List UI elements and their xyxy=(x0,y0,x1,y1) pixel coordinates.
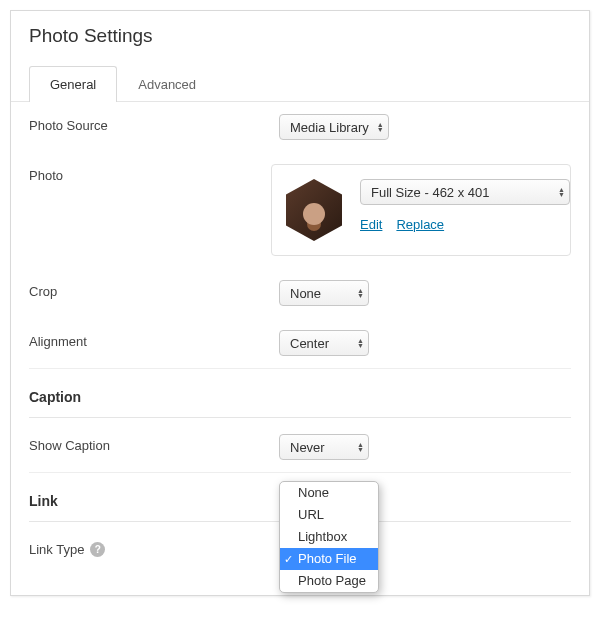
updown-icon: ▲▼ xyxy=(377,122,384,132)
updown-icon: ▲▼ xyxy=(357,442,364,452)
option-url[interactable]: URL xyxy=(280,504,378,526)
tab-advanced[interactable]: Advanced xyxy=(117,66,217,102)
label-crop: Crop xyxy=(29,280,279,299)
photo-box: Full Size - 462 x 401 ▲▼ Edit Replace xyxy=(271,164,571,256)
option-photo-file[interactable]: Photo File xyxy=(280,548,378,570)
label-show-caption: Show Caption xyxy=(29,434,279,453)
option-lightbox[interactable]: Lightbox xyxy=(280,526,378,548)
row-show-caption: Show Caption Never ▲▼ xyxy=(29,422,571,473)
label-photo-source: Photo Source xyxy=(29,114,279,133)
select-crop-value: None xyxy=(290,286,321,301)
photo-right: Full Size - 462 x 401 ▲▼ Edit Replace xyxy=(360,179,570,232)
option-none[interactable]: None xyxy=(280,482,378,504)
row-photo: Photo Full Size - 462 x 401 ▲▼ Edit Repl… xyxy=(29,152,571,268)
label-link-type: Link Type ? xyxy=(29,538,279,557)
label-alignment: Alignment xyxy=(29,330,279,349)
updown-icon: ▲▼ xyxy=(558,187,565,197)
select-alignment[interactable]: Center ▲▼ xyxy=(279,330,369,356)
updown-icon: ▲▼ xyxy=(357,288,364,298)
label-link-type-text: Link Type xyxy=(29,542,84,557)
updown-icon: ▲▼ xyxy=(357,338,364,348)
form-body: Photo Source Media Library ▲▼ Photo Full… xyxy=(11,102,589,595)
help-icon[interactable]: ? xyxy=(90,542,105,557)
link-type-dropdown: None URL Lightbox Photo File Photo Page xyxy=(279,481,379,593)
select-photo-size[interactable]: Full Size - 462 x 401 ▲▼ xyxy=(360,179,570,205)
photo-action-links: Edit Replace xyxy=(360,217,570,232)
select-show-caption-value: Never xyxy=(290,440,325,455)
replace-link[interactable]: Replace xyxy=(396,217,444,232)
row-alignment: Alignment Center ▲▼ xyxy=(29,318,571,369)
select-show-caption[interactable]: Never ▲▼ xyxy=(279,434,369,460)
photo-thumbnail[interactable] xyxy=(286,179,342,241)
heading-caption: Caption xyxy=(29,369,571,418)
tabs: General Advanced xyxy=(11,65,589,102)
row-photo-source: Photo Source Media Library ▲▼ xyxy=(29,102,571,152)
tab-general[interactable]: General xyxy=(29,66,117,102)
edit-link[interactable]: Edit xyxy=(360,217,382,232)
select-crop[interactable]: None ▲▼ xyxy=(279,280,369,306)
option-photo-page[interactable]: Photo Page xyxy=(280,570,378,592)
panel-title: Photo Settings xyxy=(11,11,589,65)
label-photo: Photo xyxy=(29,164,271,183)
select-alignment-value: Center xyxy=(290,336,329,351)
row-crop: Crop None ▲▼ xyxy=(29,268,571,318)
photo-settings-panel: Photo Settings General Advanced Photo So… xyxy=(10,10,590,596)
select-photo-source-value: Media Library xyxy=(290,120,369,135)
select-photo-size-value: Full Size - 462 x 401 xyxy=(371,185,490,200)
select-photo-source[interactable]: Media Library ▲▼ xyxy=(279,114,389,140)
